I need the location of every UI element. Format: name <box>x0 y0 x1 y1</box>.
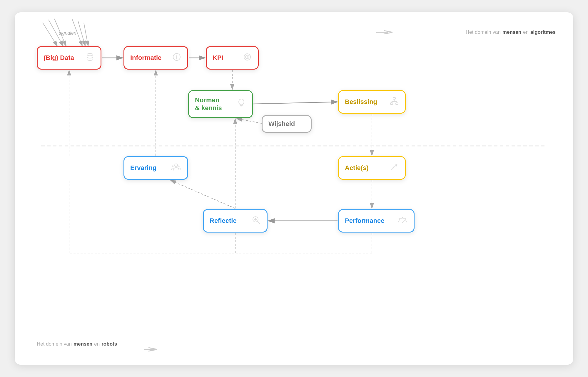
svg-line-8 <box>84 23 88 46</box>
node-bigdata-icon <box>85 52 95 64</box>
node-acties-icon <box>390 162 399 174</box>
node-performance-icon <box>397 216 408 226</box>
svg-line-16 <box>237 119 262 123</box>
svg-point-53 <box>172 165 174 167</box>
node-informatie[interactable]: Informatie <box>123 46 188 70</box>
svg-point-35 <box>176 55 177 55</box>
node-acties[interactable]: Actie(s) <box>338 156 406 180</box>
node-ervaring-icon <box>171 162 181 174</box>
svg-rect-45 <box>393 97 395 99</box>
svg-line-3 <box>43 23 57 46</box>
svg-line-15 <box>253 102 338 104</box>
signals-label: signalen <box>59 31 76 36</box>
svg-line-61 <box>405 218 406 219</box>
node-beslissing-icon <box>390 96 399 108</box>
svg-line-56 <box>258 221 260 223</box>
node-performance-label: Performance <box>345 217 385 225</box>
node-bigdata[interactable]: (Big) Data <box>37 46 101 70</box>
node-beslissing-label: Beslissing <box>345 98 377 106</box>
svg-point-54 <box>178 165 180 167</box>
svg-line-11 <box>384 32 392 34</box>
diagram-canvas: signalen (Big) Data Informatie KPI Norme… <box>15 12 573 365</box>
node-reflectie-icon <box>251 215 261 227</box>
svg-point-38 <box>247 56 248 58</box>
node-kpi-icon <box>243 52 252 64</box>
node-kpi-label: KPI <box>213 54 223 62</box>
node-normen-label: Normen & kennis <box>195 96 222 112</box>
svg-line-20 <box>171 180 235 208</box>
svg-line-40 <box>248 55 249 56</box>
domain-label-top: Het domein van mensen en algoritmes <box>466 29 556 35</box>
node-acties-label: Actie(s) <box>345 164 369 172</box>
svg-point-52 <box>175 164 178 167</box>
svg-line-7 <box>78 21 85 46</box>
node-reflectie[interactable]: Reflectie <box>203 209 268 233</box>
node-wijsheid[interactable]: Wijsheid <box>262 115 312 133</box>
svg-line-31 <box>148 349 157 351</box>
node-normen[interactable]: Normen & kennis <box>188 90 253 118</box>
node-kpi[interactable]: KPI <box>206 46 259 70</box>
svg-line-39 <box>249 54 250 55</box>
svg-point-32 <box>87 53 93 56</box>
node-bigdata-label: (Big) Data <box>44 54 74 62</box>
svg-line-10 <box>384 31 392 32</box>
svg-point-63 <box>402 222 403 223</box>
node-normen-icon <box>237 98 246 110</box>
svg-rect-46 <box>390 103 393 105</box>
node-informatie-icon <box>172 52 181 64</box>
node-ervaring[interactable]: Ervaring <box>123 156 188 180</box>
svg-line-30 <box>148 348 157 349</box>
node-beslissing[interactable]: Beslissing <box>338 90 406 114</box>
node-reflectie-label: Reflectie <box>210 217 237 225</box>
node-ervaring-label: Ervaring <box>130 164 156 172</box>
svg-line-60 <box>399 218 400 219</box>
node-informatie-label: Informatie <box>130 54 161 62</box>
svg-rect-47 <box>396 103 398 105</box>
node-wijsheid-label: Wijsheid <box>268 120 295 128</box>
node-performance[interactable]: Performance <box>338 209 415 233</box>
domain-label-bottom: Het domein van mensen en robots <box>37 341 117 347</box>
svg-point-41 <box>239 99 244 105</box>
